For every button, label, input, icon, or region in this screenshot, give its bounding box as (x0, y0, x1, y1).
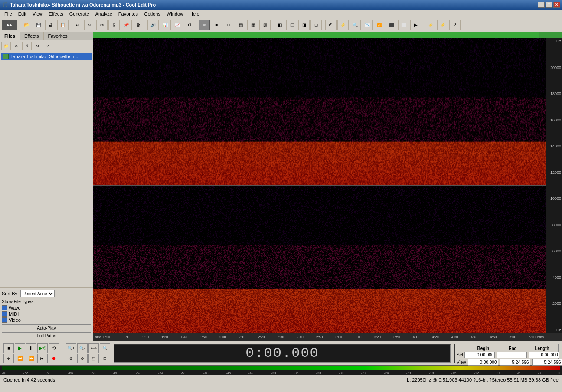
rewind-button[interactable]: ⏪ (15, 354, 25, 363)
hz-6000: 6000 (546, 249, 561, 253)
wave-checkbox[interactable] (2, 305, 7, 310)
toolbar-btn-21[interactable]: 📉 (362, 20, 373, 30)
play-button[interactable]: ▶ (15, 343, 25, 353)
loop-button[interactable]: ⟲ (49, 343, 59, 353)
menu-effects[interactable]: Effects (46, 10, 65, 17)
toolbar-btn-open[interactable]: 📂 (21, 20, 32, 30)
zoom-out-v-button[interactable]: ⊖ (77, 354, 88, 363)
tab-files[interactable]: Files (0, 32, 20, 40)
toolbar-btn-1[interactable]: ▶▶ (2, 20, 17, 30)
sel-sel-row: Sel (457, 352, 556, 358)
menu-window[interactable]: Window (164, 10, 186, 17)
toolbar-btn-cut[interactable]: ✂ (96, 20, 108, 30)
timeline-scroll[interactable] (93, 32, 562, 38)
toolbar-btn-undo[interactable]: ↩ (72, 20, 83, 30)
toolbar-btn-17[interactable]: ◻ (310, 20, 322, 30)
zoom-row-2: ⊕ ⊖ ⬚ ⊡ (66, 354, 110, 363)
zoom-out-button[interactable]: 🔍- (77, 343, 88, 353)
toolbar-btn-16[interactable]: ◨ (298, 20, 310, 30)
toolbar-btn-10[interactable]: □ (223, 20, 234, 30)
toolbar-btn-7[interactable]: 📈 (172, 20, 183, 30)
panel-btn-help[interactable]: ? (43, 42, 52, 50)
auto-play-button[interactable]: Auto-Play (2, 324, 91, 331)
zoom-full-button[interactable]: ⟺ (88, 343, 99, 353)
tab-favorites[interactable]: Favorites (44, 32, 72, 40)
menu-analyze[interactable]: Analyze (93, 10, 115, 17)
tab-effects[interactable]: Effects (20, 32, 43, 40)
toolbar-btn-15[interactable]: ◫ (286, 20, 297, 30)
toolbar-btn-25[interactable]: ⚡ (425, 20, 436, 30)
panel-btn-info[interactable]: ℹ (22, 42, 32, 50)
toolbar-btn-8[interactable]: ⚙ (184, 20, 195, 30)
zoom-full-v-button[interactable]: ⬚ (88, 354, 99, 363)
toolbar-btn-6[interactable]: 📊 (160, 20, 171, 30)
toolbar-btn-redo[interactable]: ↪ (84, 20, 95, 30)
zoom-in-v-button[interactable]: ⊕ (66, 354, 76, 363)
spectrogram-channels (93, 38, 546, 333)
menu-generate[interactable]: Generate (67, 10, 92, 17)
pause-button[interactable]: ⏸ (26, 343, 36, 353)
toolbar-btn-help[interactable]: ? (449, 20, 461, 30)
toolbar-btn-3[interactable]: 🖨 (45, 20, 56, 30)
toolbar-btn-copy[interactable]: ⎘ (108, 20, 120, 30)
maximize-button[interactable]: □ (546, 2, 552, 8)
minimize-button[interactable]: – (538, 2, 545, 8)
panel-action-buttons: Auto-Play Full Paths (2, 324, 91, 339)
panel-btn-loop[interactable]: ⟲ (33, 42, 42, 50)
stop-button[interactable]: ■ (3, 343, 14, 353)
time-labels: hms 0:200:501:101:201:401:502:002:102:20… (93, 333, 546, 341)
zoom-sel-button[interactable]: 🔍 (100, 343, 110, 353)
play-looped-button[interactable]: ▶⟲ (37, 343, 48, 353)
toolbar-btn-5[interactable]: 🔊 (147, 20, 159, 30)
close-button[interactable]: ✕ (553, 2, 560, 8)
panel-btn-close-file[interactable]: ✕ (12, 42, 21, 50)
sel-begin-input[interactable] (464, 352, 495, 358)
toolbar-btn-delete[interactable]: 🗑 (133, 20, 144, 30)
toolbar-btn-19[interactable]: ⚡ (337, 20, 349, 30)
full-paths-button[interactable]: Full Paths (2, 332, 91, 339)
app-icon: 🎵 (2, 2, 8, 8)
to-start-button[interactable]: ⏮ (3, 354, 14, 363)
toolbar-btn-23[interactable]: ⬛ (386, 20, 397, 30)
toolbar-btn-paste[interactable]: 📌 (121, 20, 132, 30)
toolbar-btn-play2[interactable]: ▶ (410, 20, 422, 30)
to-end-button[interactable]: ⏭ (37, 354, 48, 363)
sel-length-input[interactable] (529, 352, 559, 358)
view-length-input[interactable] (532, 359, 562, 366)
toolbar-btn-13[interactable]: ▧ (259, 20, 271, 30)
menu-favorites[interactable]: Favorites (116, 10, 140, 17)
sort-by-select[interactable]: Recent Acce Name Size (20, 290, 55, 297)
video-checkbox[interactable] (2, 317, 7, 323)
zoom-in-button[interactable]: 🔍+ (66, 343, 76, 353)
zoom-sel-v-button[interactable]: ⊡ (100, 354, 110, 363)
wave-label: Wave (9, 305, 21, 310)
toolbar-btn-11[interactable]: ▤ (235, 20, 246, 30)
view-end-input[interactable] (500, 359, 530, 366)
fast-forward-button[interactable]: ⏩ (26, 354, 36, 363)
toolbar-btn-pencil[interactable]: ✏ (199, 20, 210, 30)
toolbar-btn-26[interactable]: ⚡ (437, 20, 448, 30)
toolbar-btn-12[interactable]: ▦ (247, 20, 258, 30)
view-begin-input[interactable] (468, 359, 498, 366)
toolbar-btn-22[interactable]: 📶 (374, 20, 385, 30)
toolbar-btn-14[interactable]: ◧ (274, 20, 285, 30)
menu-view[interactable]: View (30, 10, 46, 17)
midi-checkbox[interactable] (2, 311, 7, 317)
toolbar-btn-20[interactable]: 🔍 (350, 20, 361, 30)
menu-options[interactable]: Options (141, 10, 163, 17)
sel-view-row: View (457, 359, 556, 366)
file-item[interactable]: Tahara Toshihiko- Silhouette n... (1, 53, 92, 60)
menu-file[interactable]: File (2, 10, 15, 17)
toolbar-btn-9[interactable]: ■ (211, 20, 222, 30)
toolbar-btn-24[interactable]: ⬜ (398, 20, 409, 30)
record-button[interactable]: ⏺ (49, 354, 59, 363)
toolbar-btn-save[interactable]: 💾 (33, 20, 44, 30)
sel-end-input[interactable] (497, 352, 527, 358)
menu-edit[interactable]: Edit (16, 10, 29, 17)
toolbar-btn-18[interactable]: ⏱ (325, 20, 337, 30)
zoom-row-1: 🔍+ 🔍- ⟺ 🔍 (66, 343, 110, 353)
menu-help[interactable]: Help (187, 10, 202, 17)
panel-btn-folder[interactable]: 📁 (1, 42, 11, 50)
toolbar-btn-4[interactable]: 📋 (57, 20, 69, 30)
file-type-wave: Wave (2, 305, 91, 310)
